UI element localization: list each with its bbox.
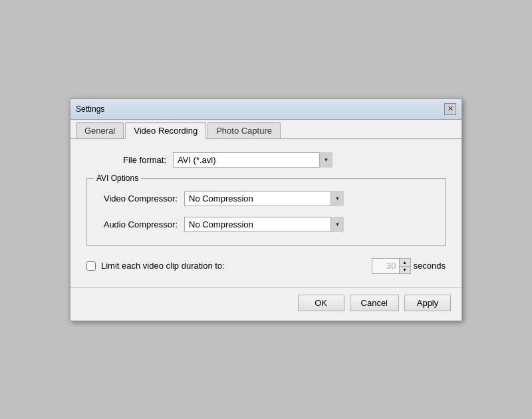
video-compressor-select-wrapper: No Compression DivX Xvid H.264 [184, 191, 344, 206]
duration-spinbox: ▲ ▼ [372, 258, 411, 274]
spinbox-down-button[interactable]: ▼ [400, 266, 410, 273]
button-bar: OK Cancel Apply [70, 287, 462, 321]
file-format-row: File format: AVI (*.avi) WMV (*.wmv) MP4… [86, 152, 446, 168]
duration-input-wrapper: ▲ ▼ seconds [372, 258, 446, 274]
duration-checkbox-label: Limit each video clip duration to: [101, 261, 225, 271]
file-format-label: File format: [86, 155, 173, 165]
close-button[interactable]: ✕ [444, 103, 456, 115]
tab-content: File format: AVI (*.avi) WMV (*.wmv) MP4… [70, 139, 462, 287]
spinbox-buttons: ▲ ▼ [399, 259, 410, 273]
file-format-select[interactable]: AVI (*.avi) WMV (*.wmv) MP4 (*.mp4) [173, 152, 332, 168]
video-compressor-select[interactable]: No Compression DivX Xvid H.264 [184, 191, 344, 206]
video-compressor-label: Video Compressor: [98, 194, 184, 204]
window-title: Settings [76, 104, 104, 114]
file-format-select-wrapper: AVI (*.avi) WMV (*.wmv) MP4 (*.mp4) [173, 152, 332, 168]
duration-checkbox[interactable] [86, 261, 96, 271]
duration-input[interactable] [372, 259, 399, 273]
audio-compressor-select[interactable]: No Compression MP3 AAC [184, 217, 344, 232]
avi-options-group: AVI Options Video Compressor: No Compres… [86, 178, 446, 246]
apply-button[interactable]: Apply [404, 295, 451, 311]
audio-compressor-label: Audio Compressor: [98, 219, 184, 229]
tab-bar: General Video Recording Photo Capture [70, 120, 462, 139]
duration-row: Limit each video clip duration to: ▲ ▼ s… [86, 258, 446, 274]
avi-options-title: AVI Options [94, 174, 141, 183]
avi-options-content: Video Compressor: No Compression DivX Xv… [98, 191, 434, 232]
cancel-button[interactable]: Cancel [350, 295, 399, 311]
settings-window: Settings ✕ General Video Recording Photo… [70, 98, 462, 321]
tab-general[interactable]: General [76, 122, 124, 138]
spinbox-up-button[interactable]: ▲ [400, 259, 410, 266]
seconds-label: seconds [414, 261, 446, 271]
tab-photo-capture[interactable]: Photo Capture [207, 122, 281, 138]
audio-compressor-row: Audio Compressor: No Compression MP3 AAC [98, 217, 434, 232]
video-compressor-row: Video Compressor: No Compression DivX Xv… [98, 191, 434, 206]
title-bar: Settings ✕ [70, 99, 462, 120]
tab-video-recording[interactable]: Video Recording [125, 122, 206, 139]
ok-button[interactable]: OK [298, 295, 344, 311]
audio-compressor-select-wrapper: No Compression MP3 AAC [184, 217, 344, 232]
